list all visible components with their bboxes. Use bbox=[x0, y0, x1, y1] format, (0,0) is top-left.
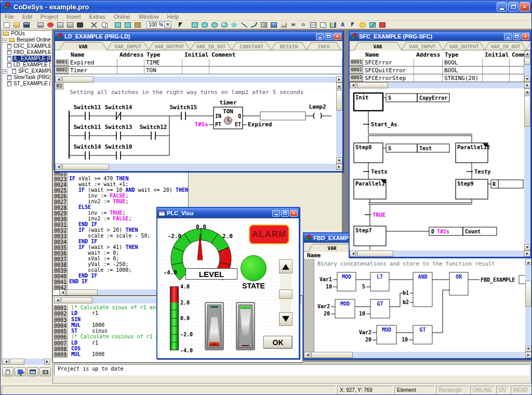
scroll-left-button[interactable] bbox=[55, 76, 61, 83]
cell-type[interactable]: BOOL bbox=[443, 59, 483, 66]
scroll-right-button[interactable] bbox=[44, 359, 50, 365]
visu-polygon-icon[interactable] bbox=[229, 21, 239, 29]
organizer-tab-data-types[interactable] bbox=[15, 367, 26, 376]
visu-alarm-table-icon[interactable] bbox=[377, 21, 387, 29]
var-declaration-row[interactable]: 0001SFCErrorBOOL bbox=[350, 59, 524, 67]
minimize-button[interactable] bbox=[497, 2, 507, 11]
cut-alt-icon[interactable] bbox=[113, 21, 123, 29]
cell-comment[interactable] bbox=[510, 59, 524, 66]
stop-debug-icon[interactable] bbox=[45, 21, 55, 29]
scrollbar-thumb[interactable] bbox=[10, 359, 24, 365]
scroll-up-button[interactable] bbox=[524, 88, 530, 95]
ladder-diagram[interactable]: Setting all switches in the right way tu… bbox=[55, 83, 336, 164]
copy-icon[interactable] bbox=[99, 21, 109, 29]
visu-trend-icon[interactable] bbox=[367, 21, 377, 29]
visu-curve-icon[interactable] bbox=[249, 21, 259, 29]
sfc-decl-vscrollbar[interactable] bbox=[524, 50, 530, 82]
cell-type[interactable]: BOOL bbox=[443, 67, 483, 74]
pou-tree-panel[interactable]: POUs+Beispiel OrdnerCFC_EXAMPLE (PRG)FBD… bbox=[2, 30, 51, 366]
scroll-right-button[interactable] bbox=[336, 76, 342, 83]
scroll-right-button[interactable] bbox=[525, 352, 531, 358]
cell-address[interactable] bbox=[414, 74, 443, 82]
cell-initial[interactable] bbox=[483, 67, 510, 74]
print-icon[interactable] bbox=[55, 21, 65, 29]
fbd-diagram[interactable]: Binary concatenations and store to the f… bbox=[314, 259, 525, 352]
visu-ellipse-icon[interactable] bbox=[209, 21, 219, 29]
code-line[interactable]: 0027 inv2 := TRUE; bbox=[53, 199, 188, 204]
scrollbar-thumb[interactable] bbox=[357, 82, 388, 88]
scrollbar-thumb[interactable] bbox=[311, 352, 353, 358]
organizer-tab-visualizations[interactable] bbox=[27, 367, 38, 376]
cell-initial[interactable] bbox=[182, 59, 209, 66]
code-line[interactable]: 0024 wait := wait +1; bbox=[53, 181, 188, 187]
visu-histogram-icon[interactable] bbox=[328, 21, 338, 29]
rocker-switch-off[interactable]: 0 bbox=[205, 302, 224, 350]
scroll-down-button[interactable] bbox=[524, 244, 530, 251]
tree-item-slowtask[interactable]: SlowTask (PRG) bbox=[2, 74, 51, 81]
maximize-button[interactable] bbox=[513, 33, 521, 40]
cell-name[interactable]: SFCQuitError bbox=[363, 67, 414, 74]
expand-icon[interactable]: + bbox=[3, 69, 7, 74]
scroll-up-button[interactable] bbox=[525, 259, 531, 265]
scroll-left-button[interactable] bbox=[59, 289, 65, 296]
scrollbar-thumb[interactable] bbox=[357, 251, 393, 257]
cell-address[interactable] bbox=[117, 59, 144, 66]
scrollbar-thumb[interactable] bbox=[524, 58, 530, 65]
cell-comment[interactable] bbox=[510, 74, 524, 82]
menu-online[interactable]: Online bbox=[110, 14, 135, 20]
scroll-left-button[interactable] bbox=[54, 297, 60, 304]
ld-decl-hscrollbar[interactable] bbox=[55, 76, 342, 83]
find-icon[interactable] bbox=[75, 21, 85, 29]
scroll-down-button[interactable] bbox=[279, 312, 292, 326]
ok-button[interactable]: OK bbox=[263, 336, 292, 349]
close-button[interactable]: × bbox=[334, 33, 341, 40]
visu-table-icon[interactable] bbox=[308, 21, 318, 29]
fbd-hscrollbar[interactable] bbox=[304, 352, 531, 358]
visu-wmf-icon[interactable]: W bbox=[288, 21, 298, 29]
maximize-button[interactable] bbox=[508, 2, 518, 11]
minimize-button[interactable] bbox=[316, 33, 324, 40]
menu-project[interactable]: Project bbox=[36, 14, 62, 20]
scrollbar-thumb[interactable] bbox=[525, 281, 531, 307]
cell-initial[interactable] bbox=[483, 59, 510, 66]
close-button[interactable]: × bbox=[520, 2, 530, 11]
sfc-title-bar[interactable]: SFC_EXAMPLE (PRG-SFC) × bbox=[350, 32, 530, 41]
main-title-bar[interactable]: CoDeSys - example.pro × bbox=[1, 1, 532, 13]
cell-type[interactable]: TON bbox=[144, 67, 182, 74]
scroll-left-button[interactable] bbox=[350, 251, 356, 257]
ld-hscrollbar[interactable] bbox=[55, 164, 342, 170]
maximize-button[interactable] bbox=[281, 210, 289, 217]
scroll-left-button[interactable] bbox=[304, 352, 310, 358]
sfc-diagram[interactable]: InitSCopyErrorStart_AsStep8STestParallel… bbox=[350, 88, 524, 251]
paste-icon[interactable] bbox=[132, 21, 142, 29]
visu-shading-icon[interactable] bbox=[318, 21, 328, 29]
scroll-down-button[interactable] bbox=[336, 157, 342, 164]
ld-title-bar[interactable]: LD_EXAMPLE (PRG-LD) × bbox=[55, 32, 342, 41]
rocker-switch-on[interactable]: I bbox=[236, 302, 255, 350]
tree-item-sfc_example[interactable]: +SFC_EXAMPLE (PRG) bbox=[2, 68, 51, 74]
organizer-tab-resources[interactable] bbox=[39, 367, 51, 376]
tree-item-st_example[interactable]: ST_EXAMPLE (PRG) bbox=[2, 81, 51, 87]
scroll-down-button[interactable] bbox=[525, 346, 531, 352]
tree-item-cfc_example[interactable]: CFC_EXAMPLE (PRG) bbox=[2, 43, 51, 49]
var-declaration-row[interactable]: 0001ExpiredTIME bbox=[55, 59, 342, 67]
var-declaration-row[interactable]: 0003SFCErrorStepSTRING(20) bbox=[350, 74, 524, 82]
cell-name[interactable]: SFCErrorStep bbox=[363, 74, 414, 82]
scroll-up-button[interactable] bbox=[279, 259, 292, 273]
tree-item-fbd_example[interactable]: FBD_EXAMPLE (PRG) bbox=[2, 49, 51, 56]
alarm-button[interactable]: ALARM bbox=[249, 225, 289, 244]
minimize-button[interactable] bbox=[272, 210, 280, 217]
maximize-button[interactable] bbox=[325, 33, 332, 40]
tree-root-pous[interactable]: POUs bbox=[2, 31, 51, 37]
declaration-tabs[interactable]: VARVAR_INPUTVAR_OUTPUTVAR_IN_OUTCONSTANT… bbox=[55, 41, 342, 51]
sfc-vscrollbar[interactable] bbox=[524, 88, 530, 251]
declaration-tabs[interactable]: VARVAR_INPUTVAR_OUTPUTVAR_IN_OUTCONSTANT bbox=[350, 41, 530, 51]
visu-connect-icon[interactable] bbox=[357, 21, 367, 29]
close-button[interactable]: × bbox=[522, 33, 529, 40]
slider-thumb[interactable] bbox=[279, 289, 292, 299]
tree-item-ld_example[interactable]: LD_EXAMPLE (PRG) bbox=[2, 62, 51, 68]
menu-extras[interactable]: Extras bbox=[85, 14, 109, 20]
scrollbar-thumb[interactable] bbox=[62, 76, 94, 83]
menu-window[interactable]: Window bbox=[134, 14, 163, 20]
tree-item-beispiel[interactable]: +Beispiel Ordner bbox=[2, 37, 51, 43]
